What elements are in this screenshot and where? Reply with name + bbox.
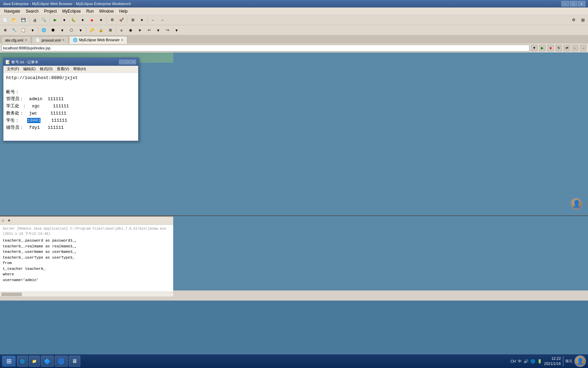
browser-back-btn[interactable]: ← [572,45,578,51]
taskbar-app-1[interactable]: 🔷 [41,356,54,367]
tb2-btn13[interactable]: ↪ [163,26,172,35]
console-right [173,216,588,290]
address-bar: ▼ ▶ ■ ↻ ⇄ ← → [0,44,588,52]
server-button[interactable]: ⚙ [108,16,117,25]
systray-network[interactable]: 🌐 [530,359,535,364]
console-line-2: teacher0_.realName as realName3_, [3,244,170,249]
browser-sync-btn[interactable]: ⇄ [564,45,570,51]
tb2-dropdown2[interactable]: ▼ [58,26,67,35]
menu-project[interactable]: Project [41,8,59,14]
tb2-dropdown5[interactable]: ▼ [154,26,163,35]
tb2-btn6[interactable]: ⬡ [67,26,76,35]
notepad-close-btn[interactable]: × [131,60,136,64]
tb2-btn5[interactable]: ⬢ [49,26,58,35]
menu-run[interactable]: Run [83,8,96,14]
highlighted-text: 18001 [27,118,40,123]
systray-volume[interactable]: 🔊 [524,359,528,364]
browser-stop-btn[interactable]: ■ [547,45,554,51]
tab-web-browser[interactable]: 🌐 MyEclipse Web Browser ✕ [69,36,127,44]
maximize-button[interactable]: □ [570,1,577,6]
tb2-btn3[interactable]: 📋 [19,26,28,35]
settings-icon[interactable]: ⚙ [569,16,578,25]
browser-run-btn[interactable]: ▶ [539,45,546,51]
save-button[interactable]: 💾 [19,16,28,25]
tb2-btn1[interactable]: ⊕ [1,26,10,35]
taskbar-app-3[interactable]: 🖥 [69,356,80,367]
systray-lang: CH [510,359,516,363]
minimize-button[interactable]: − [561,1,569,6]
tab-cfg-xml[interactable]: ate.cfg.xml ✕ [1,36,31,44]
taskbar-app-explorer[interactable]: 📁 [29,356,40,367]
tb2-dropdown4[interactable]: ▼ [135,26,144,35]
notepad-title: 帐号.txt - 记事本 [12,60,119,65]
debug2-button[interactable]: 🐛 [69,16,78,25]
address-input[interactable] [1,45,529,51]
tab-proxool-icon: 📄 [35,38,40,42]
tb2-btn11[interactable]: ◉ [126,26,135,35]
close-button[interactable]: × [578,1,585,6]
new-button[interactable]: 📄 [1,16,10,25]
run-button[interactable]: ▶ [51,16,60,25]
perspective-button[interactable]: ⊞ [128,16,137,25]
tb2-btn4[interactable]: 🌐 [39,26,48,35]
notepad-content[interactable]: http://localhost:8080/jxjxt 帐号： 管理员： adm… [3,73,138,141]
tb2-btn9[interactable]: ⊞ [106,26,115,35]
tb2-dropdown1[interactable]: ▼ [28,26,37,35]
layout-icon[interactable]: ▤ [578,16,587,25]
taskbar-app-browser[interactable]: 🌐 [17,356,28,367]
browser-area: 📝 帐号.txt - 记事本 − □ × 文件(F) 编辑(E) 格式(O) 查… [0,52,173,215]
menu-help[interactable]: Help [116,8,130,14]
notepad-menu-edit[interactable]: 编辑(E) [21,66,38,72]
forward-nav-button[interactable]: → [158,16,167,25]
notepad-min-btn[interactable]: − [119,60,125,64]
console-close-icon[interactable]: ✕ [7,218,11,223]
menu-myeclipse[interactable]: MyEclipse [60,8,84,14]
tb2-btn2[interactable]: 🔧 [10,26,19,35]
perspective-dropdown[interactable]: ▼ [137,16,146,25]
title-bar-buttons: − □ × [561,1,585,6]
browser-refresh-btn[interactable]: ↻ [555,45,562,51]
notepad-menu-help[interactable]: 帮助(H) [71,66,88,72]
notepad-menu-view[interactable]: 查看(V) [55,66,71,72]
title-bar: Java Enterprise - MyEclipse Web Browser … [0,0,588,7]
browser-forward-btn[interactable]: → [580,45,587,51]
address-dropdown-btn[interactable]: ▼ [531,45,538,51]
open-button[interactable]: 📂 [10,16,19,25]
notepad-max-btn[interactable]: □ [125,60,130,64]
menu-bar: Navigate Search Project MyEclipse Run Wi… [0,7,588,15]
run-dropdown[interactable]: ▼ [60,16,69,25]
tb2-btn12[interactable]: ↩ [145,26,153,35]
scroll-thumb[interactable] [1,293,22,296]
main-toolbar: 📄 📂 💾 🖨 🔍 ▶ ▼ 🐛 ▼ ■ ▼ ⚙ 🚀 ⊞ ▼ ← → ⚙ ▤ [0,15,588,25]
menu-navigate[interactable]: Navigate [1,8,23,14]
tab-browser-close[interactable]: ✕ [121,38,124,42]
console-left: ☆ ✕ Server [Remote Java Application] C:\… [0,216,173,290]
separator-2 [49,17,50,24]
tab-cfg-close[interactable]: ✕ [24,38,27,42]
menu-window[interactable]: Window [96,8,116,14]
tb2-btn7[interactable]: 🔑 [87,26,96,35]
browser-right: 👤 [173,52,588,215]
deploy-button[interactable]: 🚀 [117,16,126,25]
console-line-4: teacher0_.userType as userType3_ [3,255,170,261]
console-scrollbar[interactable] [0,292,173,296]
taskbar-app-2[interactable]: 🌀 [55,356,68,367]
tb2-btn10[interactable]: ≡ [117,26,126,35]
tb2-dropdown6[interactable]: ▼ [172,26,181,35]
tb2-btn8[interactable]: 🔒 [97,26,105,35]
notepad-menu-file[interactable]: 文件(F) [5,66,21,72]
debug-button[interactable]: 🔍 [39,16,48,25]
start-button[interactable]: ⊞ [2,356,16,367]
stop-run-button[interactable]: ■ [87,16,96,25]
debug2-dropdown[interactable]: ▼ [78,16,87,25]
tab-cfg-label: ate.cfg.xml [5,38,23,42]
print-button[interactable]: 🖨 [30,16,39,25]
stop-dropdown[interactable]: ▼ [97,16,105,25]
notepad-menu-format[interactable]: 格式(O) [38,66,55,72]
tab-proxool[interactable]: 📄 proxool.xml ✕ [32,36,68,44]
tab-proxool-close[interactable]: ✕ [62,38,65,42]
tb2-dropdown3[interactable]: ▼ [76,26,85,35]
clock-date: 2021/1/16 [544,361,561,366]
menu-search[interactable]: Search [23,8,41,14]
back-nav-button[interactable]: ← [149,16,158,25]
